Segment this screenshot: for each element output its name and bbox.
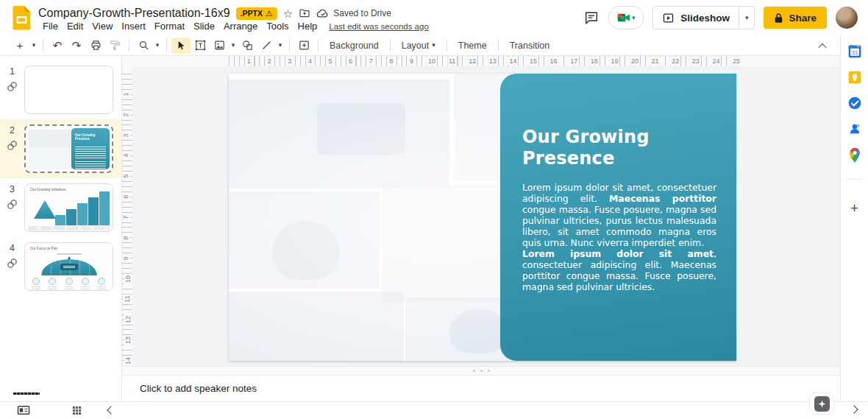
- svg-text:31: 31: [851, 49, 857, 56]
- theme-button[interactable]: Theme: [452, 38, 494, 53]
- slide-heading[interactable]: Our Growing Presence: [522, 127, 716, 169]
- shape-button[interactable]: [238, 38, 257, 54]
- toolbar: + ▾ ↶ ↷ ▾: [0, 35, 840, 56]
- undo-button[interactable]: ↶: [48, 38, 67, 54]
- slideshow-button[interactable]: Slideshow ▾: [652, 6, 755, 29]
- slide-thumbnail[interactable]: Our Growing Presence: [24, 124, 113, 173]
- slide-thumbnail[interactable]: Townhall : Our Growth Story: [24, 66, 113, 114]
- filmstrip-view-button[interactable]: [14, 403, 33, 418]
- ruler-number: 23: [691, 57, 701, 66]
- ruler-number: 5: [327, 57, 333, 66]
- menu-insert[interactable]: Insert: [117, 20, 150, 32]
- account-avatar[interactable]: [836, 7, 858, 29]
- ruler-number: 15: [528, 57, 538, 66]
- bottom-bar: [0, 401, 868, 419]
- ruler-number: 12: [124, 314, 132, 325]
- menu-tools[interactable]: Tools: [262, 20, 293, 32]
- slideshow-dropdown[interactable]: ▾: [739, 7, 755, 29]
- ruler-number: 8: [388, 57, 394, 66]
- speaker-notes-input[interactable]: Click to add speaker notes: [122, 376, 840, 394]
- warning-icon: ⚠: [266, 9, 273, 18]
- thumbnail-gutter: 2: [0, 124, 24, 173]
- pptx-badge[interactable]: .PPTX ⚠: [236, 7, 277, 20]
- share-button[interactable]: Share: [764, 7, 827, 29]
- zoom-button[interactable]: [134, 38, 153, 54]
- horizontal-ruler[interactable]: 1234567891011121314151617181920212223242…: [122, 56, 840, 66]
- teal-text-panel[interactable]: Our Growing Presence Lorem ipsum dolor s…: [500, 74, 736, 361]
- move-folder-icon[interactable]: [299, 7, 310, 19]
- vertical-ruler[interactable]: 1234567891011121314: [122, 66, 132, 366]
- ruler-number: 3: [286, 57, 293, 66]
- link-icon: [6, 257, 18, 270]
- slide-filmstrip: 1Townhall : Our Growth Story2Our Growing…: [0, 56, 122, 401]
- menu-help[interactable]: Help: [294, 20, 322, 32]
- menu-edit[interactable]: Edit: [63, 20, 88, 32]
- ruler-number: 8: [122, 234, 130, 241]
- saved-status[interactable]: Saved to Drive: [316, 8, 391, 18]
- line-tool-button[interactable]: [257, 38, 276, 54]
- image-dropdown[interactable]: ▾: [229, 38, 238, 54]
- slide-thumbnail-row-1[interactable]: 1Townhall : Our Growth Story: [0, 60, 121, 119]
- redo-button[interactable]: ↷: [67, 38, 86, 54]
- ruler-number: 16: [549, 57, 559, 66]
- ruler-number: 7: [122, 214, 130, 220]
- notes-resize-handle[interactable]: [122, 366, 840, 376]
- link-icon: [6, 198, 18, 211]
- menu-view[interactable]: View: [88, 20, 117, 32]
- slide-thumbnail[interactable]: Our Focus on Plan: [24, 242, 113, 291]
- calendar-icon[interactable]: 31: [847, 44, 862, 59]
- new-slide-button[interactable]: +: [10, 38, 29, 54]
- slide-body-text[interactable]: Lorem ipsum dolor sit amet, consectetuer…: [522, 182, 716, 292]
- meet-button[interactable]: ▾: [608, 6, 644, 29]
- text-box-button[interactable]: [191, 38, 210, 54]
- current-slide[interactable]: Our Growing Presence Lorem ipsum dolor s…: [229, 74, 736, 361]
- toolbar-collapse-button[interactable]: [819, 39, 825, 52]
- slides-logo-icon[interactable]: [13, 5, 31, 30]
- select-tool-button[interactable]: [171, 38, 191, 54]
- insert-image-button[interactable]: [210, 38, 229, 54]
- get-addons-button[interactable]: +: [850, 201, 858, 215]
- background-button[interactable]: Background: [323, 38, 385, 53]
- ruler-number: 22: [670, 57, 680, 66]
- thumbnail-title: Townhall : Our Growth Story: [31, 102, 112, 109]
- ruler-number: 25: [731, 57, 741, 66]
- star-button[interactable]: ☆: [283, 8, 293, 19]
- meet-dropdown-caret[interactable]: ▾: [632, 15, 636, 21]
- cloud-saved-icon: [316, 8, 330, 18]
- slideshow-play-icon: [662, 12, 675, 24]
- slide-thumbnail-row-3[interactable]: 3Our Growing Initiatives: [0, 178, 121, 237]
- comment-history-icon[interactable]: [583, 10, 600, 26]
- document-title[interactable]: Company-Growth-Presentation-16x9: [38, 7, 230, 20]
- menu-format[interactable]: Format: [150, 20, 189, 32]
- paint-format-button[interactable]: [105, 38, 124, 54]
- ruler-number: 4: [122, 152, 130, 159]
- slide-thumbnail[interactable]: Our Growing Initiatives: [24, 183, 113, 232]
- tasks-icon[interactable]: [847, 96, 862, 110]
- thumbnail-title: Our Growing Presence: [75, 133, 107, 141]
- last-edit-link[interactable]: Last edit was seconds ago: [329, 22, 429, 31]
- collapse-filmstrip-button[interactable]: [102, 403, 121, 418]
- zoom-dropdown[interactable]: ▾: [153, 38, 162, 54]
- line-dropdown[interactable]: ▾: [276, 38, 285, 54]
- maps-icon[interactable]: [848, 147, 861, 163]
- insert-comment-button[interactable]: [294, 38, 313, 54]
- new-slide-dropdown[interactable]: ▾: [29, 38, 38, 54]
- print-button[interactable]: [86, 38, 105, 54]
- ruler-number: 6: [347, 57, 354, 66]
- contacts-icon[interactable]: [847, 122, 862, 136]
- menu-file[interactable]: File: [38, 20, 63, 32]
- menu-arrange[interactable]: Arrange: [219, 20, 262, 32]
- ruler-number: 24: [711, 57, 721, 66]
- menu-slide[interactable]: Slide: [189, 20, 219, 32]
- slide-thumbnail-row-2[interactable]: 2Our Growing Presence: [0, 119, 121, 178]
- keep-icon[interactable]: [847, 70, 862, 85]
- active-view-indicator: [13, 392, 40, 395]
- show-side-panel-button[interactable]: [847, 404, 861, 415]
- ruler-number: 1: [246, 57, 252, 66]
- slide-thumbnail-row-4[interactable]: 4Our Focus on Plan: [0, 237, 121, 296]
- explore-button[interactable]: [809, 392, 834, 415]
- grid-view-button[interactable]: [67, 403, 86, 418]
- layout-button[interactable]: Layout▾: [395, 38, 442, 53]
- transition-button[interactable]: Transition: [503, 38, 556, 53]
- ruler-number: 17: [569, 57, 579, 66]
